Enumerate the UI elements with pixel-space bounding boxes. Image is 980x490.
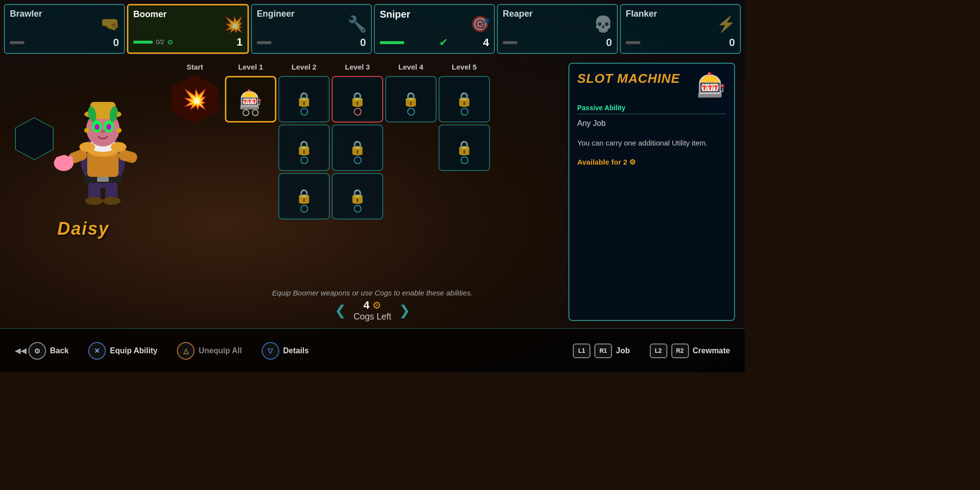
lock-icon: 🔒 — [295, 140, 313, 156]
cogs-row: ❮ 4 ⚙ Cogs Left ❯ — [4, 299, 741, 322]
l1-btn[interactable]: L1 — [573, 343, 590, 358]
cogs-right-arrow[interactable]: ❯ — [399, 302, 410, 318]
tab-reaper[interactable]: Reaper 💀 0 — [497, 4, 618, 54]
ability-cell-l4-r1[interactable]: 🔒 — [385, 76, 437, 122]
ability-dots-row — [243, 109, 259, 116]
tab-engineer[interactable]: Engineer 🔧 0 — [251, 4, 372, 54]
lock-icon: 🔒 — [456, 91, 473, 107]
equip-circle-btn[interactable]: ✕ — [88, 342, 106, 360]
ability-cell-l5-r2[interactable]: 🔒 — [439, 124, 490, 171]
ability-cell-l3-r1[interactable]: 🔒 — [332, 76, 383, 122]
unequip-circle-btn[interactable]: △ — [177, 342, 195, 360]
cogs-count: 4 — [364, 299, 369, 312]
unequip-label: Unequip All — [198, 346, 242, 355]
start-ability-fire[interactable]: 💥 — [172, 75, 218, 124]
lock-icon: 🔒 — [349, 188, 366, 204]
ability-cell-l2-r3[interactable]: 🔒 — [278, 173, 330, 220]
lock-circle — [300, 205, 308, 213]
sniper-icon: 🎯 — [470, 15, 490, 33]
detail-title: Slot Machine — [577, 72, 680, 86]
engineer-progress-bar — [257, 41, 271, 44]
cogs-label: Cogs Left — [353, 312, 391, 322]
detail-title-row: Slot Machine 🎰 — [577, 72, 726, 99]
svg-point-29 — [100, 130, 105, 133]
svg-point-30 — [84, 128, 89, 133]
tab-boomer[interactable]: Boomer 💥 0/2 ⚙ 1 — [127, 4, 249, 54]
back-circle-btn[interactable]: ⊙ — [28, 342, 46, 360]
job-button[interactable]: L1 R1 Job — [573, 343, 630, 358]
job-tabs-bar: Brawler 🤜 0 Boomer 💥 0/2 ⚙ 1 Engineer 🔧 … — [0, 0, 745, 54]
bottom-bar: ◀◀ ⊙ Back ✕ Equip Ability △ Unequip All … — [0, 328, 745, 372]
ability-cell-l3-r3[interactable]: 🔒 — [332, 173, 383, 220]
svg-point-27 — [79, 142, 95, 152]
job-label: Job — [616, 346, 630, 355]
details-label: Details — [283, 346, 309, 355]
flanker-icon: ⚡ — [716, 15, 736, 33]
ability-grid-area: Start Level 1 Level 2 Level 3 Level 4 Le… — [167, 63, 559, 321]
crewmate-label: Crewmate — [693, 346, 730, 355]
lock-icon: 🔒 — [349, 91, 366, 107]
svg-point-8 — [103, 197, 121, 205]
header-level2: Level 2 — [278, 63, 330, 71]
reaper-progress-bar — [503, 41, 517, 44]
character-sprite — [54, 70, 152, 207]
lock-circle — [407, 108, 415, 116]
lock-circle — [354, 205, 362, 213]
character-panel: Daisy — [10, 63, 157, 321]
lock-circle — [300, 108, 308, 116]
details-circle-btn[interactable]: ▽ — [262, 342, 279, 360]
detail-description: You can carry one additional Utility ite… — [577, 138, 726, 149]
r2-btn[interactable]: R2 — [671, 343, 689, 358]
tab-brawler[interactable]: Brawler 🤜 0 — [4, 4, 125, 54]
tab-sniper[interactable]: Sniper 🎯 ✔ 4 — [374, 4, 495, 54]
ability-cell-l3-r2[interactable]: 🔒 — [332, 124, 383, 171]
svg-point-16 — [106, 124, 111, 130]
ability-row-2: 🔒 🔒 🔒 — [167, 124, 559, 171]
start-cell-1: 💥 — [167, 76, 223, 122]
cogs-left-arrow[interactable]: ❮ — [335, 302, 346, 318]
header-start: Start — [167, 63, 223, 71]
ability-cell-l2-r1[interactable]: 🔒 — [278, 76, 330, 122]
l2-btn[interactable]: L2 — [650, 343, 667, 358]
engineer-icon: 🔧 — [347, 15, 367, 33]
equip-hint-text: Equip Boomer weapons or use Cogs to enab… — [4, 289, 741, 297]
svg-point-31 — [117, 128, 122, 133]
boomer-progress-bar — [133, 41, 153, 44]
flanker-progress-bar — [626, 41, 640, 44]
lock-circle — [461, 108, 468, 116]
header-level3: Level 3 — [332, 63, 383, 71]
start-spacer-2 — [167, 124, 223, 171]
header-level5: Level 5 — [439, 63, 490, 71]
lock-circle — [354, 156, 362, 164]
reaper-icon: 💀 — [593, 15, 613, 33]
header-level4: Level 4 — [385, 63, 437, 71]
back-button[interactable]: ◀◀ ⊙ Back — [15, 342, 69, 360]
crewmate-button[interactable]: L2 R2 Crewmate — [650, 343, 730, 358]
equip-button[interactable]: ✕ Equip Ability — [88, 342, 157, 360]
ability-cell-slot-machine[interactable]: 🎰 — [225, 76, 276, 122]
ability-row-3: 🔒 🔒 — [167, 173, 559, 220]
hex-border-svg — [15, 63, 54, 215]
details-button[interactable]: ▽ Details — [262, 342, 309, 360]
character-name: Daisy — [57, 219, 109, 239]
ability-cell-l5-r1[interactable]: 🔒 — [439, 76, 490, 122]
lock-icon: 🔒 — [402, 91, 419, 107]
ability-dot-1 — [243, 109, 249, 116]
r1-btn[interactable]: R1 — [594, 343, 612, 358]
ability-cell-l2-r2[interactable]: 🔒 — [278, 124, 330, 171]
lock-circle — [354, 108, 362, 116]
detail-panel: Slot Machine 🎰 Passive Ability Any Job Y… — [568, 63, 735, 321]
lock-icon: 🔒 — [295, 91, 313, 107]
lock-icon: 🔒 — [456, 140, 473, 156]
detail-ability-icon: 🎰 — [697, 72, 726, 99]
svg-point-28 — [111, 142, 126, 152]
boomer-icon: 💥 — [224, 15, 244, 34]
fire-icon: 💥 — [183, 88, 207, 111]
svg-rect-4 — [97, 177, 109, 182]
unequip-button[interactable]: △ Unequip All — [177, 342, 242, 360]
ability-dot-2 — [252, 109, 259, 116]
svg-rect-24 — [62, 155, 67, 164]
tab-flanker[interactable]: Flanker ⚡ 0 — [620, 4, 741, 54]
lock-icon: 🔒 — [349, 140, 366, 156]
header-level1: Level 1 — [225, 63, 276, 71]
